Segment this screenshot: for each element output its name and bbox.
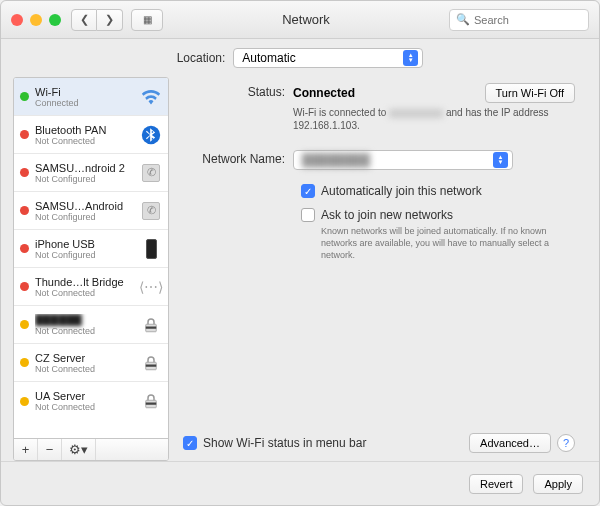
content: Wi-FiConnected Bluetooth PANNot Connecte… bbox=[1, 77, 599, 461]
status-dot bbox=[20, 92, 29, 101]
svg-rect-4 bbox=[146, 364, 157, 366]
ask-join-label: Ask to join new networks bbox=[321, 208, 571, 222]
service-thunderbolt[interactable]: Thunde…lt BridgeNot Connected ⟨⋯⟩ bbox=[14, 268, 168, 306]
show-status-checkbox[interactable]: ✓ bbox=[183, 436, 197, 450]
remove-service-button[interactable]: − bbox=[38, 439, 62, 461]
search-icon: 🔍 bbox=[456, 13, 470, 26]
service-bluetooth[interactable]: Bluetooth PANNot Connected bbox=[14, 116, 168, 154]
redacted-ssid bbox=[389, 109, 443, 118]
titlebar: ❮ ❯ ▦ Network 🔍 bbox=[1, 1, 599, 39]
minimize-button[interactable] bbox=[30, 14, 42, 26]
status-dot bbox=[20, 397, 29, 406]
service-iphone-usb[interactable]: iPhone USBNot Configured bbox=[14, 230, 168, 268]
network-name-label: Network Name: bbox=[183, 150, 293, 170]
phone-icon: ✆ bbox=[140, 200, 162, 222]
location-row: Location: Automatic ▲▼ bbox=[1, 39, 599, 77]
service-ua-server[interactable]: UA ServerNot Connected bbox=[14, 382, 168, 420]
bluetooth-icon bbox=[140, 124, 162, 146]
search-input[interactable] bbox=[474, 14, 582, 26]
network-prefpane: ❮ ❯ ▦ Network 🔍 Location: Automatic ▲▼ W… bbox=[0, 0, 600, 506]
window-title: Network bbox=[163, 12, 449, 27]
status-dot bbox=[20, 130, 29, 139]
ask-join-help: Known networks will be joined automatica… bbox=[321, 225, 571, 261]
search-field[interactable]: 🔍 bbox=[449, 9, 589, 31]
turn-wifi-off-button[interactable]: Turn Wi-Fi Off bbox=[485, 83, 575, 103]
service-samsung[interactable]: SAMSU…AndroidNot Configured ✆ bbox=[14, 192, 168, 230]
apply-button[interactable]: Apply bbox=[533, 474, 583, 494]
show-all-button[interactable]: ▦ bbox=[131, 9, 163, 31]
chevron-updown-icon: ▲▼ bbox=[493, 152, 508, 168]
status-dot bbox=[20, 244, 29, 253]
service-actions-button[interactable]: ⚙︎▾ bbox=[62, 439, 96, 461]
close-button[interactable] bbox=[11, 14, 23, 26]
auto-join-checkbox[interactable]: ✓ bbox=[301, 184, 315, 198]
location-select[interactable]: Automatic ▲▼ bbox=[233, 48, 423, 68]
thunderbolt-icon: ⟨⋯⟩ bbox=[140, 276, 162, 298]
status-label: Status: bbox=[183, 83, 293, 132]
back-button[interactable]: ❮ bbox=[71, 9, 97, 31]
service-vpn-1[interactable]: ██████Not Connected bbox=[14, 306, 168, 344]
service-wifi[interactable]: Wi-FiConnected bbox=[14, 78, 168, 116]
show-status-label: Show Wi-Fi status in menu bar bbox=[203, 436, 366, 450]
wifi-icon bbox=[140, 86, 162, 108]
phone-icon: ✆ bbox=[140, 162, 162, 184]
zoom-button[interactable] bbox=[49, 14, 61, 26]
chevron-updown-icon: ▲▼ bbox=[403, 50, 418, 66]
status-dot bbox=[20, 282, 29, 291]
status-value: Connected bbox=[293, 86, 355, 100]
help-button[interactable]: ? bbox=[557, 434, 575, 452]
service-list: Wi-FiConnected Bluetooth PANNot Connecte… bbox=[14, 78, 168, 438]
status-dot bbox=[20, 206, 29, 215]
add-service-button[interactable]: + bbox=[14, 439, 38, 461]
advanced-button[interactable]: Advanced… bbox=[469, 433, 551, 453]
traffic-lights bbox=[11, 14, 61, 26]
forward-button[interactable]: ❯ bbox=[97, 9, 123, 31]
status-dot bbox=[20, 168, 29, 177]
service-cz-server[interactable]: CZ ServerNot Connected bbox=[14, 344, 168, 382]
iphone-icon bbox=[140, 238, 162, 260]
lock-icon bbox=[140, 314, 162, 336]
lock-icon bbox=[140, 390, 162, 412]
window-footer: Revert Apply bbox=[1, 461, 599, 505]
nav-group: ❮ ❯ bbox=[71, 9, 123, 31]
lock-icon bbox=[140, 352, 162, 374]
svg-rect-6 bbox=[146, 403, 157, 405]
network-name-value: ████████ bbox=[302, 153, 487, 167]
auto-join-label: Automatically join this network bbox=[321, 184, 482, 198]
revert-button[interactable]: Revert bbox=[469, 474, 523, 494]
sidebar-footer: + − ⚙︎▾ bbox=[14, 438, 168, 460]
status-dot bbox=[20, 358, 29, 367]
ask-join-checkbox[interactable] bbox=[301, 208, 315, 222]
service-samsung2[interactable]: SAMSU…ndroid 2Not Configured ✆ bbox=[14, 154, 168, 192]
status-description: Wi-Fi is connected to and has the IP add… bbox=[293, 106, 575, 132]
location-label: Location: bbox=[177, 51, 226, 65]
service-sidebar: Wi-FiConnected Bluetooth PANNot Connecte… bbox=[13, 77, 169, 461]
status-dot bbox=[20, 320, 29, 329]
detail-pane: Status: Connected Turn Wi-Fi Off Wi-Fi i… bbox=[179, 77, 587, 461]
location-value: Automatic bbox=[242, 51, 295, 65]
network-name-select[interactable]: ████████ ▲▼ bbox=[293, 150, 513, 170]
svg-rect-2 bbox=[146, 326, 157, 328]
